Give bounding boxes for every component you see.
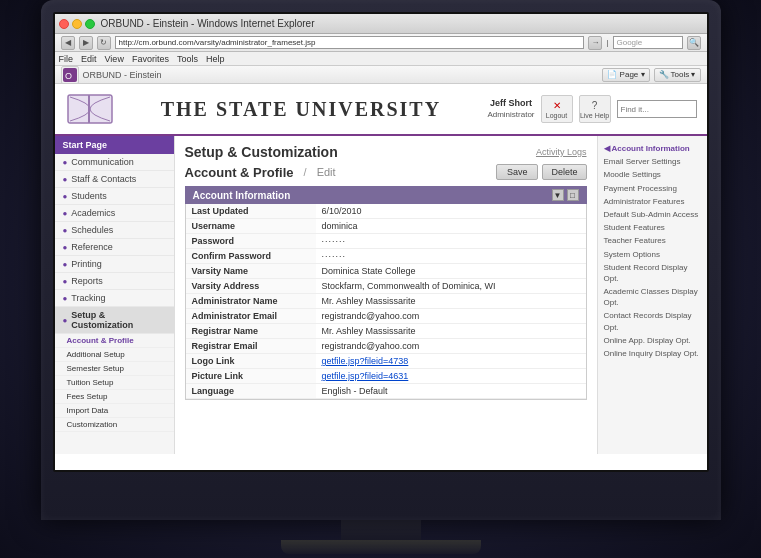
sidebar-item-academics[interactable]: ● Academics: [55, 205, 174, 222]
table-row: Picture Link getfile.jsp?fileid=4631: [186, 369, 586, 384]
search-box[interactable]: Google: [613, 36, 683, 49]
maximize-btn[interactable]: [85, 19, 95, 29]
menu-favorites[interactable]: Favorites: [132, 54, 169, 64]
search-btn[interactable]: 🔍: [687, 36, 701, 50]
sidebar-label: Reference: [71, 242, 113, 252]
table-row: Language English - Default: [186, 384, 586, 399]
minimize-btn[interactable]: [72, 19, 82, 29]
menu-tools[interactable]: Tools: [177, 54, 198, 64]
sidebar-label: Schedules: [71, 225, 113, 235]
logo-link-anchor[interactable]: getfile.jsp?fileid=4738: [322, 356, 409, 366]
sidebar-sub-semester[interactable]: Semester Setup: [55, 362, 174, 376]
forward-btn[interactable]: ▶: [79, 36, 93, 50]
sidebar-sub-customization[interactable]: Customization: [55, 418, 174, 432]
monitor-screen: ORBUND - Einstein - Windows Internet Exp…: [53, 12, 709, 472]
save-button[interactable]: Save: [496, 164, 539, 180]
sidebar-item-communication[interactable]: ● Communication: [55, 154, 174, 171]
right-sidebar-student-record[interactable]: Student Record Display Opt.: [604, 261, 701, 285]
sidebar-item-reports[interactable]: ● Reports: [55, 273, 174, 290]
address-box[interactable]: http://cm.orbund.com/varsity/administrat…: [115, 36, 585, 49]
tools-btn[interactable]: 🔧 Tools ▾: [654, 68, 701, 82]
sidebar-item-reference[interactable]: ● Reference: [55, 239, 174, 256]
field-value-confirm-password: ·······: [316, 249, 586, 263]
dot-icon: ●: [63, 158, 68, 167]
sidebar-sub-fees[interactable]: Fees Setup: [55, 390, 174, 404]
right-sidebar-account-info[interactable]: ◀Account Information: [604, 142, 701, 155]
page-btn[interactable]: 📄 Page ▾: [602, 68, 649, 82]
field-value-admin-email: registrandc@yahoo.com: [316, 309, 586, 323]
sidebar-item-schedules[interactable]: ● Schedules: [55, 222, 174, 239]
right-sidebar-sub-admin[interactable]: Default Sub-Admin Access: [604, 208, 701, 221]
sidebar-sub-import[interactable]: Import Data: [55, 404, 174, 418]
browser-menubar: File Edit View Favorites Tools Help: [55, 52, 707, 66]
field-label-admin-email: Administrator Email: [186, 309, 316, 323]
activity-logs-link[interactable]: Activity Logs: [536, 147, 587, 157]
page-title: Setup & Customization: [185, 144, 338, 160]
field-value-logo-link[interactable]: getfile.jsp?fileid=4738: [316, 354, 586, 368]
field-label-confirm-password: Confirm Password: [186, 249, 316, 263]
collapse-btn[interactable]: ▼: [552, 189, 564, 201]
start-page-btn[interactable]: Start Page: [55, 136, 174, 154]
address-url: http://cm.orbund.com/varsity/administrat…: [119, 38, 316, 47]
right-sidebar-contact-records[interactable]: Contact Records Display Opt.: [604, 309, 701, 333]
right-sidebar-admin-features[interactable]: Administrator Features: [604, 195, 701, 208]
field-label-logo-link: Logo Link: [186, 354, 316, 368]
go-btn[interactable]: →: [588, 36, 602, 50]
picture-link-anchor[interactable]: getfile.jsp?fileid=4631: [322, 371, 409, 381]
field-value-registrar-email: registrandc@yahoo.com: [316, 339, 586, 353]
sidebar-label: Setup & Customization: [71, 310, 165, 330]
right-sidebar-online-app[interactable]: Online App. Display Opt.: [604, 334, 701, 347]
close-btn[interactable]: [59, 19, 69, 29]
right-sidebar-online-inquiry[interactable]: Online Inquiry Display Opt.: [604, 347, 701, 360]
breadcrumb-edit[interactable]: Edit: [317, 166, 336, 178]
browser-toolbar: O ORBUND - Einstein 📄 Page ▾ 🔧 Tools ▾: [55, 66, 707, 84]
sidebar-item-staff[interactable]: ● Staff & Contacts: [55, 171, 174, 188]
field-value-password: ·······: [316, 234, 586, 248]
field-label-username: Username: [186, 219, 316, 233]
right-sidebar-moodle[interactable]: Moodle Settings: [604, 168, 701, 181]
live-help-btn[interactable]: ? Live Help: [579, 95, 611, 123]
sidebar-sub-additional[interactable]: Additional Setup: [55, 348, 174, 362]
dot-icon: ●: [63, 226, 68, 235]
right-sidebar-student-features[interactable]: Student Features: [604, 221, 701, 234]
menu-help[interactable]: Help: [206, 54, 225, 64]
user-role: Administrator: [487, 110, 534, 120]
right-sidebar-system-options[interactable]: System Options: [604, 248, 701, 261]
right-sidebar-payment[interactable]: Payment Processing: [604, 182, 701, 195]
back-btn[interactable]: ◀: [61, 36, 75, 50]
field-value-language: English - Default: [316, 384, 586, 398]
logout-btn[interactable]: ✕ Logout: [541, 95, 573, 123]
right-sidebar-academic-classes[interactable]: Academic Classes Display Opt.: [604, 285, 701, 309]
field-value-picture-link[interactable]: getfile.jsp?fileid=4631: [316, 369, 586, 383]
form-table: Last Updated 6/10/2010 Username dominica…: [185, 204, 587, 400]
right-sidebar-teacher-features[interactable]: Teacher Features: [604, 234, 701, 247]
logo-book: [65, 90, 115, 128]
table-row: Logo Link getfile.jsp?fileid=4738: [186, 354, 586, 369]
sidebar-item-printing[interactable]: ● Printing: [55, 256, 174, 273]
table-row: Varsity Address Stockfarm, Commonwealth …: [186, 279, 586, 294]
field-label-admin-name: Administrator Name: [186, 294, 316, 308]
sidebar-item-setup[interactable]: ● Setup & Customization: [55, 307, 174, 334]
menu-edit[interactable]: Edit: [81, 54, 97, 64]
delete-button[interactable]: Delete: [542, 164, 586, 180]
dot-icon: ●: [63, 243, 68, 252]
user-info: Jeff Short Administrator: [487, 98, 534, 120]
orbund-logo[interactable]: O: [61, 66, 79, 84]
sidebar-item-students[interactable]: ● Students: [55, 188, 174, 205]
breadcrumb-separator: /: [304, 166, 307, 178]
section-controls: ▼ □: [552, 189, 579, 201]
refresh-btn[interactable]: ↻: [97, 36, 111, 50]
sidebar-sub-account[interactable]: Account & Profile: [55, 334, 174, 348]
field-label-picture-link: Picture Link: [186, 369, 316, 383]
dot-icon: ●: [63, 209, 68, 218]
sidebar-label: Reports: [71, 276, 103, 286]
menu-view[interactable]: View: [105, 54, 124, 64]
sidebar-item-tracking[interactable]: ● Tracking: [55, 290, 174, 307]
sidebar-label: Tracking: [71, 293, 105, 303]
right-sidebar-email-server[interactable]: Email Server Settings: [604, 155, 701, 168]
sidebar-sub-tuition[interactable]: Tuition Setup: [55, 376, 174, 390]
find-input[interactable]: [617, 100, 697, 118]
menu-file[interactable]: File: [59, 54, 74, 64]
dot-icon: ●: [63, 175, 68, 184]
expand-btn[interactable]: □: [567, 189, 579, 201]
